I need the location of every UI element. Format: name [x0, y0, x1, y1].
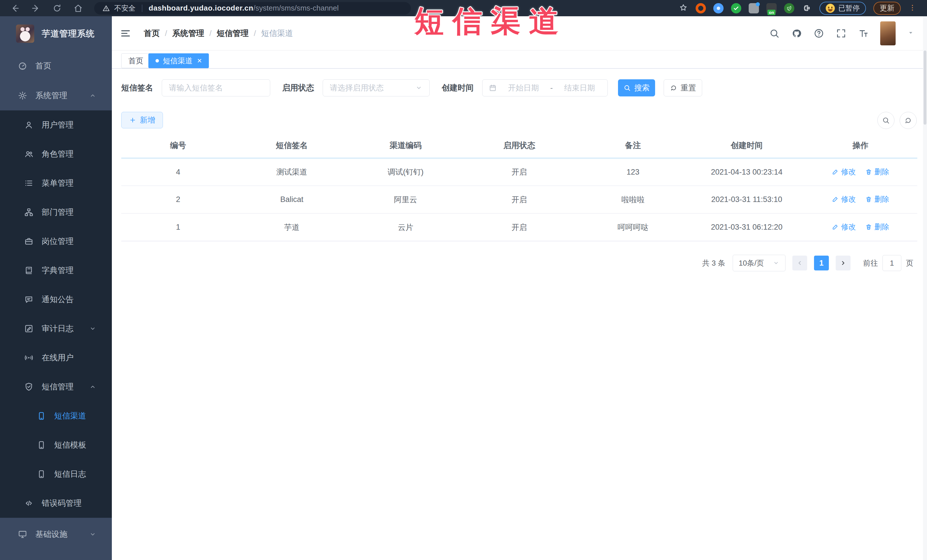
- user-icon: [24, 120, 33, 130]
- sidebar-item-菜单管理[interactable]: 菜单管理: [0, 168, 112, 198]
- sidebar-item-label: 菜单管理: [42, 178, 74, 188]
- sidebar-item-系统管理[interactable]: 系统管理: [0, 81, 112, 111]
- goto-page-input[interactable]: [883, 255, 901, 271]
- add-button[interactable]: 新增: [121, 112, 163, 128]
- docs-question-icon[interactable]: [813, 28, 824, 39]
- sidebar-item-角色管理[interactable]: 角色管理: [0, 140, 112, 168]
- audit-log-icon: [24, 324, 33, 334]
- phone-icon: [36, 440, 46, 450]
- breadcrumb-separator: /: [165, 29, 167, 38]
- ops-cell: 修改删除: [804, 213, 917, 241]
- table-cell: 芋道: [235, 213, 349, 241]
- breadcrumb-item[interactable]: 短信管理: [217, 28, 249, 39]
- paused-extension-chip[interactable]: 已暂停: [819, 2, 866, 15]
- search-icon: [623, 84, 631, 91]
- browser-update-button[interactable]: 更新: [873, 2, 901, 15]
- user-avatar[interactable]: [880, 21, 896, 46]
- sidebar-item-审计日志[interactable]: 审计日志: [0, 314, 112, 343]
- delete-link[interactable]: 删除: [865, 222, 889, 232]
- sidebar-item-字典管理[interactable]: 字典管理: [0, 256, 112, 285]
- tool-extension-icon[interactable]: [749, 3, 759, 14]
- user-menu-caret-icon[interactable]: [907, 29, 915, 38]
- sidebar-item-label: 短信管理: [42, 381, 74, 392]
- search-button[interactable]: 搜索: [618, 79, 655, 96]
- sidebar-item-错误码管理[interactable]: 错误码管理: [0, 489, 112, 518]
- pin-extension-icon[interactable]: [713, 3, 723, 14]
- column-header: 操作: [804, 134, 917, 158]
- extension-badge: on: [767, 10, 775, 15]
- current-page[interactable]: 1: [814, 256, 829, 270]
- tab-sms-channel[interactable]: 短信渠道 ×: [148, 53, 209, 68]
- edit-link[interactable]: 修改: [832, 222, 856, 232]
- edit-link[interactable]: 修改: [832, 194, 856, 204]
- edit-icon: [832, 196, 839, 203]
- delete-icon: [865, 168, 872, 175]
- font-size-icon[interactable]: [858, 28, 869, 39]
- table-cell: Balicat: [235, 186, 349, 213]
- sidebar-item-通知公告[interactable]: 通知公告: [0, 285, 112, 314]
- scrollbar-thumb[interactable]: [924, 50, 926, 124]
- bookmark-star-icon[interactable]: [678, 3, 688, 14]
- column-header: 启用状态: [462, 134, 576, 158]
- delete-link[interactable]: 删除: [865, 194, 889, 204]
- sidebar-fold-icon[interactable]: [120, 28, 131, 40]
- code-icon: [24, 498, 33, 508]
- page-size-select[interactable]: 10条/页: [733, 255, 786, 271]
- toggle-search-button[interactable]: [877, 112, 895, 129]
- edit-link[interactable]: 修改: [832, 167, 856, 177]
- sidebar-item-短信模板[interactable]: 短信模板: [0, 431, 112, 460]
- next-page-button[interactable]: [836, 256, 851, 270]
- sidebar-item-短信渠道[interactable]: 短信渠道: [0, 401, 112, 431]
- browser-back-icon[interactable]: [10, 3, 20, 14]
- prev-page-button[interactable]: [792, 256, 807, 270]
- tab-close-icon[interactable]: ×: [197, 57, 202, 65]
- chevron-down-icon: [773, 260, 780, 266]
- plant-extension-icon[interactable]: [784, 3, 794, 14]
- browser-home-icon[interactable]: [73, 3, 83, 14]
- sidebar-item-在线用户[interactable]: 在线用户: [0, 343, 112, 372]
- sidebar-item-首页[interactable]: 首页: [0, 51, 112, 81]
- date-range-picker[interactable]: 开始日期 - 结束日期: [482, 79, 608, 96]
- table-row: 4测试渠道调试(钉钉)开启1232021-04-13 00:23:14修改删除: [121, 158, 917, 186]
- reset-button[interactable]: 重置: [664, 79, 702, 96]
- refresh-table-button[interactable]: [900, 112, 917, 129]
- browser-forward-icon[interactable]: [31, 3, 41, 14]
- puzzle-extension-icon[interactable]: [802, 3, 812, 14]
- sign-input[interactable]: [162, 79, 270, 96]
- fullscreen-icon[interactable]: [836, 28, 846, 39]
- ring-extension-icon[interactable]: [696, 3, 706, 14]
- app-title: 芋道管理系统: [42, 28, 95, 39]
- chevron-down-icon: [89, 531, 96, 538]
- app-logo-row[interactable]: 芋道管理系统: [0, 16, 112, 51]
- sidebar-item-label: 错误码管理: [42, 498, 82, 508]
- ops-cell: 修改删除: [804, 158, 917, 186]
- sidebar-item-短信日志[interactable]: 短信日志: [0, 460, 112, 489]
- sidebar-item-部门管理[interactable]: 部门管理: [0, 198, 112, 227]
- tab-home[interactable]: 首页: [121, 53, 150, 68]
- check-extension-icon[interactable]: [731, 3, 741, 14]
- sidebar-item-短信管理[interactable]: 短信管理: [0, 372, 112, 401]
- delete-link[interactable]: 删除: [865, 167, 889, 177]
- url-bar[interactable]: 不安全 dashboard.yudao.iocoder.cn /system/s…: [94, 2, 411, 15]
- column-header: 备注: [576, 134, 690, 158]
- table-cell: 1: [121, 213, 235, 241]
- sms-channel-table: 编号短信签名渠道编码启用状态备注创建时间操作 4测试渠道调试(钉钉)开启1232…: [121, 134, 917, 241]
- sidebar-item-岗位管理[interactable]: 岗位管理: [0, 227, 112, 256]
- status-select[interactable]: 请选择启用状态: [323, 79, 430, 96]
- github-icon[interactable]: [791, 28, 802, 39]
- browser-reload-icon[interactable]: [52, 3, 62, 14]
- breadcrumb-item[interactable]: 首页: [144, 28, 160, 39]
- users-icon: [24, 149, 33, 159]
- sidebar-item-用户管理[interactable]: 用户管理: [0, 111, 112, 140]
- table-cell: 测试渠道: [235, 158, 349, 186]
- browser-menu-icon[interactable]: [908, 3, 917, 13]
- status-placeholder: 请选择启用状态: [330, 83, 384, 93]
- tab-label: 首页: [128, 56, 143, 66]
- table-cell: 云片: [349, 213, 462, 241]
- edit-label: 修改: [841, 194, 856, 204]
- breadcrumb-item[interactable]: 系统管理: [172, 28, 204, 39]
- page-scrollbar[interactable]: [923, 16, 927, 560]
- on-badge-extension-icon[interactable]: on: [766, 3, 777, 14]
- sidebar-item-基础设施[interactable]: 基础设施: [0, 519, 112, 549]
- header-search-icon[interactable]: [769, 28, 780, 39]
